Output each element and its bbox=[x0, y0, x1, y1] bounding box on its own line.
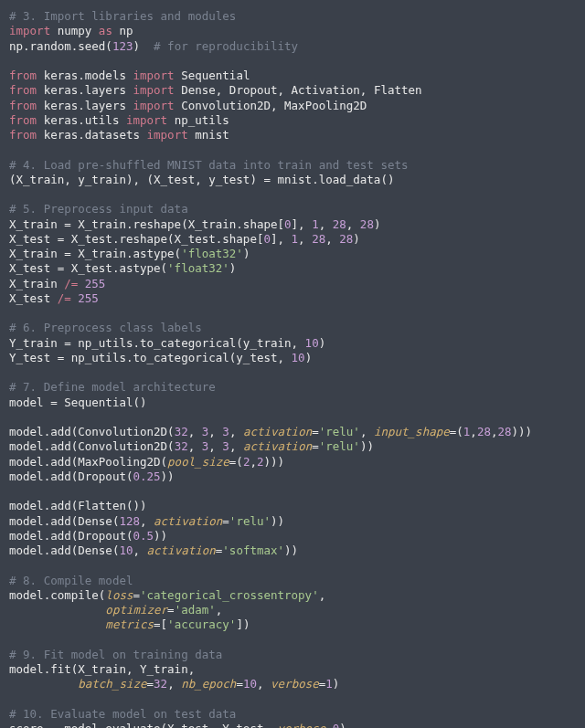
code-line: model.add(Convolution2D(32, 3, 3, activa… bbox=[9, 439, 576, 454]
code-line: # 5. Preprocess input data bbox=[9, 202, 576, 216]
code-line: X_test = X_test.reshape(X_test.shape[0],… bbox=[9, 232, 576, 247]
code-line: model.add(Convolution2D(32, 3, 3, activa… bbox=[9, 425, 576, 439]
code-line: model = Sequential() bbox=[9, 396, 576, 410]
code-line: # 9. Fit model on training data bbox=[9, 648, 576, 662]
code-line: # 3. Import libraries and modules bbox=[9, 9, 576, 24]
code-line: optimizer='adam', bbox=[9, 603, 576, 617]
code-line: model.add(Dense(10, activation='softmax'… bbox=[9, 543, 576, 558]
code-line bbox=[9, 365, 576, 380]
code-line: # 4. Load pre-shuffled MNIST data into t… bbox=[9, 158, 576, 173]
code-line: from keras.layers import Convolution2D, … bbox=[9, 99, 576, 113]
code-line: from keras.layers import Dense, Dropout,… bbox=[9, 83, 576, 98]
code-line bbox=[9, 142, 576, 157]
code-line: np.random.seed(123) # for reproducibilit… bbox=[9, 39, 576, 54]
code-line bbox=[9, 558, 576, 573]
code-line bbox=[9, 410, 576, 425]
code-line bbox=[9, 54, 576, 69]
code-line bbox=[9, 306, 576, 321]
code-line: score = model.evaluate(X_test, Y_test, v… bbox=[9, 722, 576, 728]
code-line: # 6. Preprocess class labels bbox=[9, 321, 576, 335]
code-line: model.add(Flatten()) bbox=[9, 499, 576, 513]
code-line: # 7. Define model architecture bbox=[9, 380, 576, 395]
code-line bbox=[9, 484, 576, 499]
code-line: model.add(Dropout(0.5)) bbox=[9, 529, 576, 543]
code-line: X_train = X_train.astype('float32') bbox=[9, 247, 576, 261]
code-line: model.add(Dropout(0.25)) bbox=[9, 470, 576, 484]
code-line: model.add(MaxPooling2D(pool_size=(2,2))) bbox=[9, 455, 576, 470]
code-line: model.add(Dense(128, activation='relu')) bbox=[9, 514, 576, 529]
code-line: metrics=['accuracy']) bbox=[9, 617, 576, 632]
code-line: (X_train, y_train), (X_test, y_test) = m… bbox=[9, 173, 576, 187]
code-line: # 10. Evaluate model on test data bbox=[9, 707, 576, 722]
code-line bbox=[9, 187, 576, 202]
code-line: model.fit(X_train, Y_train, bbox=[9, 662, 576, 677]
code-line: from keras.datasets import mnist bbox=[9, 128, 576, 142]
code-line: from keras.models import Sequential bbox=[9, 69, 576, 83]
code-line: Y_train = np_utils.to_categorical(y_trai… bbox=[9, 336, 576, 351]
code-line bbox=[9, 692, 576, 707]
code-line: model.compile(loss='categorical_crossent… bbox=[9, 588, 576, 603]
code-block: # 3. Import libraries and modulesimport … bbox=[9, 9, 576, 728]
code-line: from keras.utils import np_utils bbox=[9, 113, 576, 128]
code-line: X_train /= 255 bbox=[9, 277, 576, 291]
code-line: X_test = X_test.astype('float32') bbox=[9, 261, 576, 276]
code-line: X_train = X_train.reshape(X_train.shape[… bbox=[9, 217, 576, 232]
code-line: X_test /= 255 bbox=[9, 291, 576, 306]
code-line: Y_test = np_utils.to_categorical(y_test,… bbox=[9, 351, 576, 365]
code-line bbox=[9, 633, 576, 648]
code-line: batch_size=32, nb_epoch=10, verbose=1) bbox=[9, 677, 576, 691]
code-line: import numpy as np bbox=[9, 24, 576, 38]
code-line: # 8. Compile model bbox=[9, 574, 576, 588]
